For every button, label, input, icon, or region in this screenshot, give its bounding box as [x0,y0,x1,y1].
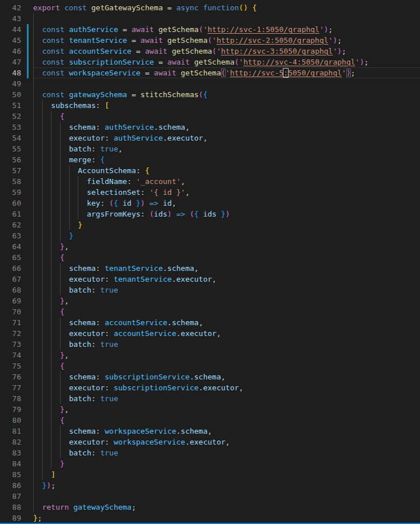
code-line[interactable]: 88 return gatewaySchema; [0,502,420,513]
code-token: : [91,394,101,403]
gutter: 46 [0,46,33,57]
line-number[interactable]: 79 [12,404,21,415]
line-number[interactable]: 69 [12,295,21,306]
line-number[interactable]: 76 [12,371,21,382]
line-number[interactable]: 47 [12,57,21,67]
code-line[interactable]: 43 [0,13,420,24]
code-line[interactable]: 68 batch: true [0,285,420,295]
line-number[interactable]: 59 [12,187,21,198]
line-number[interactable]: 60 [12,198,21,209]
line-number[interactable]: 55 [12,143,21,154]
code-line[interactable]: 71 schema: accountService.schema, [0,317,420,328]
line-number[interactable]: 82 [12,437,21,447]
code-line[interactable]: 79 }, [0,404,420,415]
code-line[interactable]: 77 executor: subscriptionService.executo… [0,382,420,393]
line-number[interactable]: 86 [12,480,21,491]
line-number[interactable]: 46 [12,46,21,57]
code-line[interactable]: 85 ] [0,469,420,480]
line-number[interactable]: 42 [12,2,21,13]
code-token: const [42,90,65,99]
line-number[interactable]: 63 [12,230,21,241]
code-line[interactable]: 89}; [0,513,420,523]
line-number[interactable]: 73 [12,339,21,350]
code-line[interactable]: 61 argsFromKeys: (ids) => ({ ids }) [0,209,420,219]
code-line[interactable]: 46 const accountService = await getSchem… [0,46,420,57]
code-line[interactable]: 50 const gatewaySchema = stitchSchemas({ [0,89,420,100]
code-line[interactable]: 76 schema: subscriptionService.schema, [0,371,420,382]
code-line[interactable]: 75 { [0,361,420,371]
code-line[interactable]: 57 AccountSchema: { [0,165,420,176]
code-line[interactable]: 70 { [0,306,420,317]
line-number[interactable]: 70 [12,306,21,317]
line-number[interactable]: 66 [12,263,21,274]
code-line[interactable]: 45 const tenantService = await getSchema… [0,35,420,46]
line-number[interactable]: 65 [12,252,21,263]
line-number[interactable]: 78 [12,393,21,404]
line-number[interactable]: 57 [12,165,21,176]
line-number[interactable]: 54 [12,133,21,143]
code-line[interactable]: 84 } [0,458,420,469]
code-line[interactable]: 55 batch: true, [0,143,420,154]
line-number[interactable]: 83 [12,447,21,458]
line-number[interactable]: 61 [12,209,21,219]
line-number[interactable]: 85 [12,469,21,480]
line-number[interactable]: 43 [12,13,21,24]
code-line[interactable]: 62 } [0,219,420,230]
line-number[interactable]: 58 [12,176,21,187]
code-line[interactable]: 80 { [0,415,420,426]
code-line[interactable]: 59 selectionSet: '{ id }', [0,187,420,198]
code-line[interactable]: 60 key: ({ id }) => id, [0,198,420,209]
code-line[interactable]: 42export const getGatewaySchema = async … [0,2,420,13]
line-number[interactable]: 49 [12,78,21,89]
line-number[interactable]: 48 [12,67,21,78]
line-number[interactable]: 71 [12,317,21,328]
line-number[interactable]: 51 [12,100,21,111]
line-number[interactable]: 52 [12,111,21,122]
code-line[interactable]: 82 executor: workspaceService.executor, [0,437,420,447]
line-number[interactable]: 50 [12,89,21,100]
code-line[interactable]: 64 }, [0,241,420,252]
line-number[interactable]: 68 [12,285,21,295]
line-number[interactable]: 67 [12,274,21,285]
code-line[interactable]: 48 const workspaceService = await getSch… [0,67,420,78]
code-line[interactable]: 81 schema: workspaceService.schema, [0,426,420,437]
line-number[interactable]: 45 [12,35,21,46]
code-line[interactable]: 44 const authService = await getSchema('… [0,24,420,35]
code-line[interactable]: 78 batch: true [0,393,420,404]
line-number[interactable]: 80 [12,415,21,426]
line-number[interactable]: 72 [12,328,21,339]
line-number[interactable]: 64 [12,241,21,252]
code-line[interactable]: 86 }); [0,480,420,491]
line-number[interactable]: 74 [12,350,21,361]
code-line[interactable]: 66 schema: tenantService.schema, [0,263,420,274]
code-line[interactable]: 74 }, [0,350,420,361]
line-number[interactable]: 56 [12,154,21,165]
line-number[interactable]: 77 [12,382,21,393]
code-line[interactable]: 73 batch: true [0,339,420,350]
line-number[interactable]: 75 [12,361,21,371]
line-number[interactable]: 44 [12,24,21,35]
code-line[interactable]: 47 const subscriptionService = await get… [0,57,420,67]
code-line[interactable]: 72 executor: accountService.executor, [0,328,420,339]
line-number[interactable]: 87 [12,491,21,502]
code-line[interactable]: 83 batch: true [0,447,420,458]
line-number[interactable]: 84 [12,458,21,469]
code-line[interactable]: 52 { [0,111,420,122]
code-line[interactable]: 58 fieldName: '_account', [0,176,420,187]
code-line[interactable]: 49 [0,78,420,89]
code-line[interactable]: 53 schema: authService.schema, [0,122,420,133]
line-number[interactable]: 89 [12,513,21,523]
code-line[interactable]: 54 executor: authService.executor, [0,133,420,143]
code-line[interactable]: 65 { [0,252,420,263]
code-line[interactable]: 69 }, [0,295,420,306]
code-line[interactable]: 87 [0,491,420,502]
line-number[interactable]: 81 [12,426,21,437]
line-number[interactable]: 88 [12,502,21,513]
line-number[interactable]: 62 [12,219,21,230]
line-number[interactable]: 53 [12,122,21,133]
code-line[interactable]: 51 subschemas: [ [0,100,420,111]
code-line[interactable]: 56 merge: { [0,154,420,165]
code-line[interactable]: 63 } [0,230,420,241]
code-line[interactable]: 67 executor: tenantService.executor, [0,274,420,285]
indent-guide [42,252,43,263]
